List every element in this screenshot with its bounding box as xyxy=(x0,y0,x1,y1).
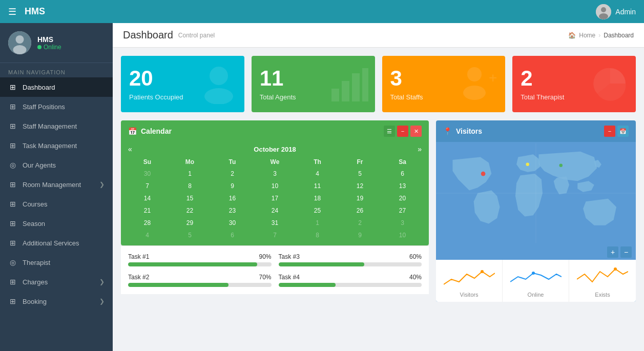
admin-label: Admin xyxy=(615,8,636,16)
cal-cell[interactable]: 2 xyxy=(339,217,381,229)
staffs-label: Total Staffs xyxy=(390,93,423,101)
svg-point-12 xyxy=(467,67,482,81)
cal-cell[interactable]: 30 xyxy=(211,217,254,229)
calendar-close-btn[interactable]: ✕ xyxy=(410,126,422,137)
cal-cell[interactable]: 12 xyxy=(339,180,381,192)
cal-cell[interactable]: 31 xyxy=(254,217,296,229)
svg-point-21 xyxy=(481,270,484,273)
page-title: Dashboard xyxy=(123,29,173,41)
cal-cell[interactable]: 15 xyxy=(169,192,211,204)
sidebar-item-courses[interactable]: ⊞ Courses xyxy=(0,194,113,214)
online-chart-label: Online xyxy=(507,292,565,298)
svg-point-18 xyxy=(481,172,486,176)
patients-icon xyxy=(198,63,239,112)
svg-point-19 xyxy=(526,162,530,166)
cal-cell[interactable]: 8 xyxy=(169,180,211,192)
cal-cell[interactable]: 20 xyxy=(381,192,424,204)
sidebar-item-staff-management[interactable]: ⊞ Staff Management xyxy=(0,116,113,136)
visitors-widget: 📍 Visitors − 📅 xyxy=(436,120,636,302)
cal-cell[interactable]: 7 xyxy=(254,229,296,241)
staffs-icon: + xyxy=(459,63,500,112)
cal-cell[interactable]: 9 xyxy=(339,229,381,241)
svg-point-20 xyxy=(559,164,563,168)
cal-cell[interactable]: 3 xyxy=(381,217,424,229)
sidebar-item-dashboard[interactable]: ⊞ Dashboard xyxy=(0,77,113,97)
visitors-minimize-btn[interactable]: − xyxy=(604,126,615,137)
cal-cell[interactable]: 30 xyxy=(126,168,169,180)
sidebar-item-our-agents[interactable]: ◎ Our Agents xyxy=(0,155,113,175)
room-icon: ⊞ xyxy=(8,180,17,189)
cal-cell[interactable]: 9 xyxy=(211,180,254,192)
cal-day-th: Th xyxy=(296,156,339,168)
sidebar-status: Online xyxy=(37,44,61,51)
menu-toggle[interactable]: ☰ xyxy=(8,6,16,17)
cal-cell[interactable]: 1 xyxy=(169,168,211,180)
task-4-progress-fill xyxy=(279,283,336,287)
cal-cell[interactable]: 25 xyxy=(296,204,339,217)
cal-cell[interactable]: 13 xyxy=(381,180,424,192)
cal-cell[interactable]: 4 xyxy=(296,168,339,180)
next-month-btn[interactable]: » xyxy=(418,145,422,153)
cal-cell[interactable]: 16 xyxy=(211,192,254,204)
cal-cell[interactable]: 27 xyxy=(381,204,424,217)
visitors-calendar-btn[interactable]: 📅 xyxy=(617,126,629,137)
task-4-label: Task #4 xyxy=(279,274,300,281)
cal-cell[interactable]: 28 xyxy=(126,217,169,229)
sidebar-item-label: Additional Services xyxy=(23,239,105,247)
calendar-minimize-btn[interactable]: − xyxy=(397,126,408,137)
chevron-right-icon: ❯ xyxy=(99,181,105,188)
map-zoom-out-btn[interactable]: − xyxy=(620,246,632,258)
cal-cell[interactable]: 21 xyxy=(126,204,169,217)
sidebar-item-label: Our Agents xyxy=(23,161,105,169)
cal-cell[interactable]: 7 xyxy=(126,180,169,192)
sidebar-item-charges[interactable]: ⊞ Charges ❯ xyxy=(0,272,113,292)
cal-cell[interactable]: 6 xyxy=(211,229,254,241)
prev-month-btn[interactable]: « xyxy=(128,145,132,153)
cal-day-su: Su xyxy=(126,156,169,168)
sidebar-item-task-management[interactable]: ⊞ Task Management xyxy=(0,136,113,155)
task-1-progress-fill xyxy=(128,262,257,266)
svg-point-13 xyxy=(463,86,486,100)
sidebar-item-additional-services[interactable]: ⊞ Additional Services xyxy=(0,233,113,253)
sidebar-item-therapist[interactable]: ◎ Therapist xyxy=(0,253,113,272)
sidebar-item-staff-positions[interactable]: ⊞ Staff Positions xyxy=(0,97,113,116)
staff-positions-icon: ⊞ xyxy=(8,102,17,111)
cal-cell[interactable]: 4 xyxy=(126,229,169,241)
cal-cell[interactable]: 24 xyxy=(254,204,296,217)
sidebar-item-season[interactable]: ⊞ Season xyxy=(0,214,113,233)
cal-cell[interactable]: 29 xyxy=(169,217,211,229)
cal-cell[interactable]: 8 xyxy=(296,229,339,241)
visitors-chart-label: Visitors xyxy=(440,292,498,298)
calendar-week-5: 28 29 30 31 1 2 3 xyxy=(126,217,424,229)
visitors-controls: − 📅 xyxy=(604,126,629,137)
cal-cell[interactable]: 6 xyxy=(381,168,424,180)
tasks-grid: Task #1 90% Task #3 60% xyxy=(128,253,422,287)
cal-cell[interactable]: 19 xyxy=(339,192,381,204)
widget-controls: ☰ − ✕ xyxy=(384,126,422,137)
sidebar-nav-label: MAIN NAVIGATION xyxy=(0,63,113,77)
cal-cell[interactable]: 11 xyxy=(296,180,339,192)
sidebar-item-label: Courses xyxy=(23,200,105,208)
cal-cell[interactable]: 14 xyxy=(126,192,169,204)
cal-cell[interactable]: 18 xyxy=(296,192,339,204)
sidebar-item-room-management[interactable]: ⊞ Room Management ❯ xyxy=(0,175,113,194)
exists-chart-label: Exists xyxy=(573,292,632,298)
sidebar-item-label: Staff Positions xyxy=(23,103,105,111)
cal-cell[interactable]: 17 xyxy=(254,192,296,204)
cal-cell[interactable]: 3 xyxy=(254,168,296,180)
cal-cell[interactable]: 2 xyxy=(211,168,254,180)
calendar-title: Calendar xyxy=(141,127,172,135)
sidebar-item-booking[interactable]: ⊞ Booking ❯ xyxy=(0,292,113,311)
cal-cell[interactable]: 26 xyxy=(339,204,381,217)
cal-cell[interactable]: 10 xyxy=(254,180,296,192)
task-1-progress-bg xyxy=(128,262,272,266)
map-zoom-in-btn[interactable]: + xyxy=(607,246,618,258)
cal-cell[interactable]: 5 xyxy=(169,229,211,241)
cal-cell[interactable]: 5 xyxy=(339,168,381,180)
cal-cell[interactable]: 10 xyxy=(381,229,424,241)
calendar-menu-btn[interactable]: ☰ xyxy=(384,126,395,137)
task-1-percent: 90% xyxy=(259,253,271,260)
cal-cell[interactable]: 1 xyxy=(296,217,339,229)
cal-cell[interactable]: 23 xyxy=(211,204,254,217)
cal-cell[interactable]: 22 xyxy=(169,204,211,217)
